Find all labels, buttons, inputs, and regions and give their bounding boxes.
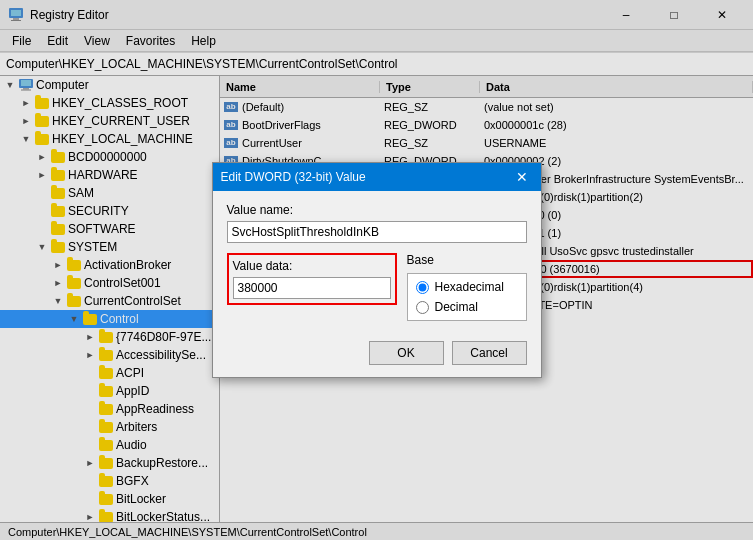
value-name-input[interactable] [227,221,527,243]
dialog-base-section: Base Hexadecimal Decimal [407,253,527,321]
dialog-title: Edit DWORD (32-bit) Value [221,170,366,184]
radio-dec-text: Decimal [435,300,478,314]
dialog-overlay: Edit DWORD (32-bit) Value ✕ Value name: … [0,0,753,540]
radio-hex-label[interactable]: Hexadecimal [416,280,518,294]
dialog-body: Value name: Value data: Base Hexadecimal [213,191,541,333]
dialog-row: Value data: Base Hexadecimal Decimal [227,253,527,321]
dialog-close-button[interactable]: ✕ [511,166,533,188]
value-name-label: Value name: [227,203,527,217]
radio-hexadecimal[interactable] [416,281,429,294]
radio-decimal[interactable] [416,301,429,314]
radio-dec-label[interactable]: Decimal [416,300,518,314]
dialog-value-section: Value data: [227,253,397,305]
base-radio-group: Hexadecimal Decimal [407,273,527,321]
edit-dword-dialog: Edit DWORD (32-bit) Value ✕ Value name: … [212,162,542,378]
dialog-title-bar: Edit DWORD (32-bit) Value ✕ [213,163,541,191]
radio-hex-text: Hexadecimal [435,280,504,294]
base-label: Base [407,253,527,267]
value-data-input[interactable] [233,277,391,299]
ok-button[interactable]: OK [369,341,444,365]
cancel-button[interactable]: Cancel [452,341,527,365]
value-data-label: Value data: [233,259,391,273]
dialog-footer: OK Cancel [213,333,541,377]
value-data-box: Value data: [227,253,397,305]
